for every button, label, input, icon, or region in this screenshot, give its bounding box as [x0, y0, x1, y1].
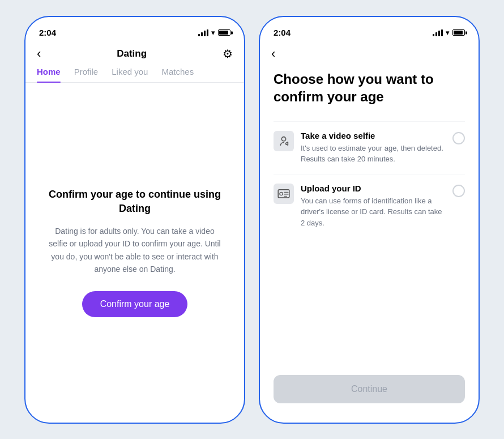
option-id-left: Upload your ID You can use forms of iden…: [274, 184, 446, 229]
wifi-icon: ▾: [211, 28, 215, 37]
svg-point-2: [280, 192, 283, 195]
phone2-main-content: Choose how you want to confirm your age …: [260, 70, 479, 423]
settings-button[interactable]: ⚙: [223, 47, 233, 61]
video-selfie-icon: [274, 131, 294, 151]
signal-icon: [198, 29, 208, 36]
phone2-header: ‹: [260, 42, 479, 70]
continue-button[interactable]: Continue: [274, 375, 465, 403]
upload-id-icon: [274, 184, 294, 204]
page-title-1: Dating: [117, 48, 147, 59]
phone-1: 2:04 ▾ ‹ Dating ⚙ Home Profile Liked you…: [24, 16, 245, 424]
phone1-main-content: Confirm your age to continue using Datin…: [25, 83, 244, 423]
choose-title: Choose how you want to confirm your age: [274, 70, 465, 105]
back-button-2[interactable]: ‹: [271, 46, 275, 61]
option-upload-id[interactable]: Upload your ID You can use forms of iden…: [274, 174, 465, 238]
status-time-2: 2:04: [274, 28, 291, 37]
tab-matches[interactable]: Matches: [161, 67, 194, 82]
status-bar-1: 2:04 ▾: [25, 17, 244, 42]
confirm-age-description: Dating is for adults only. You can take …: [48, 225, 221, 276]
option-id-text: Upload your ID You can use forms of iden…: [301, 184, 446, 229]
wifi-icon-2: ▾: [446, 28, 450, 37]
battery-icon-2: [452, 29, 465, 36]
option-video-desc: It's used to estimate your age, then del…: [301, 143, 446, 165]
option-video-left: Take a video selfie It's used to estimat…: [274, 131, 446, 165]
status-icons-1: ▾: [198, 28, 230, 37]
radio-video-selfie[interactable]: [452, 132, 465, 144]
phone-2: 2:04 ▾ ‹ Choose how you want to confirm …: [259, 16, 480, 424]
status-icons-2: ▾: [433, 28, 465, 37]
status-time-1: 2:04: [39, 28, 56, 37]
svg-point-0: [281, 137, 285, 141]
tab-bar: Home Profile Liked you Matches: [25, 67, 244, 83]
battery-icon: [218, 29, 230, 36]
tab-liked-you[interactable]: Liked you: [112, 67, 148, 82]
confirm-age-button[interactable]: Confirm your age: [82, 291, 188, 317]
tab-home[interactable]: Home: [37, 67, 61, 82]
status-bar-2: 2:04 ▾: [260, 17, 479, 42]
back-button-1[interactable]: ‹: [37, 46, 41, 61]
option-video-selfie[interactable]: Take a video selfie It's used to estimat…: [274, 121, 465, 174]
option-id-title: Upload your ID: [301, 184, 446, 193]
radio-upload-id[interactable]: [452, 185, 465, 197]
option-video-text: Take a video selfie It's used to estimat…: [301, 131, 446, 165]
confirm-age-title: Confirm your age to continue using Datin…: [48, 187, 221, 216]
tab-profile[interactable]: Profile: [74, 67, 99, 82]
option-id-desc: You can use forms of identification like…: [301, 195, 446, 229]
option-video-title: Take a video selfie: [301, 131, 446, 140]
phone1-header: ‹ Dating ⚙: [25, 42, 244, 67]
signal-icon-2: [433, 29, 443, 36]
